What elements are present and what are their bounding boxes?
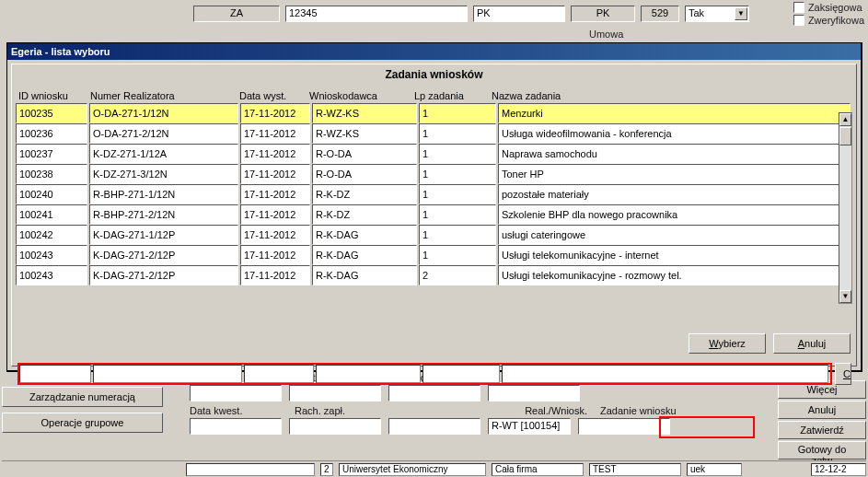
input-data-kwest[interactable]	[190, 418, 282, 435]
scroll-thumb[interactable]	[839, 127, 851, 145]
btn-c[interactable]: C	[835, 363, 851, 385]
col-header-name[interactable]: Nazwa zadania	[489, 88, 852, 103]
btn-zatwierdz[interactable]: Zatwierdź	[778, 421, 866, 439]
cell-wn: R-O-DA	[312, 164, 417, 184]
filter-date[interactable]	[244, 365, 314, 383]
cell-lp: 1	[419, 204, 496, 225]
dialog-titlebar[interactable]: Egeria - lista wyboru	[7, 43, 861, 60]
dialog-title: Egeria - lista wyboru	[11, 46, 110, 57]
table-row[interactable]: 100238K-DZ-271-3/12N17-11-2012R-O-DA1Ton…	[16, 164, 852, 184]
status-n2: 2	[320, 463, 333, 476]
input-konto-kosz[interactable]	[190, 385, 282, 401]
cell-num: K-DZ-271-3/12N	[89, 164, 238, 184]
cell-id: 100238	[16, 164, 87, 184]
cell-id: 100241	[16, 204, 87, 225]
btn-anuluj-bg[interactable]: Anuluj	[778, 401, 866, 419]
cell-date: 17-11-2012	[240, 164, 310, 184]
input-pracownik[interactable]	[488, 385, 580, 401]
checkbox-zaksiegow[interactable]: Zaksięgowa	[793, 2, 864, 13]
cell-lp: 1	[419, 245, 496, 265]
label-umowa: Umowa	[589, 29, 623, 40]
input-konto-roz[interactable]	[289, 385, 381, 401]
field-small-num: 529	[641, 6, 679, 22]
field-num[interactable]: 12345	[285, 6, 468, 22]
btn-operacje[interactable]: Operacje grupowe	[2, 413, 163, 433]
cell-date: 17-11-2012	[240, 144, 310, 164]
field-za: ZA	[193, 6, 280, 22]
status-bar: 2 Uniwersytet Ekonomiczny Cała firma TES…	[2, 460, 866, 477]
cell-name: Menzurki	[498, 103, 851, 123]
filter-lp[interactable]	[422, 365, 500, 383]
table-row[interactable]: 100243K-DAG-271-2/12P17-11-2012R-K-DAG2U…	[16, 265, 852, 285]
cell-num: K-DZ-271-1/12A	[89, 144, 238, 164]
input-blank[interactable]	[388, 418, 480, 435]
table-row[interactable]: 100242K-DAG-271-1/12P17-11-2012R-K-DAG1u…	[16, 225, 852, 245]
dialog-body: Zadania wniosków ID wniosku Numer Realiz…	[11, 64, 857, 366]
cell-name: Toner HP	[498, 164, 851, 184]
filter-wn[interactable]	[316, 365, 421, 383]
col-header-lp[interactable]: Lp zadania	[411, 88, 489, 103]
label-data-kwest: Data kwest.	[190, 405, 282, 416]
scrollbar-vertical[interactable]: ▲ ▼	[839, 112, 852, 304]
cell-num: R-BHP-271-1/12N	[89, 184, 238, 204]
col-header-id[interactable]: ID wniosku	[16, 88, 87, 103]
col-header-num[interactable]: Numer Realizatora	[87, 88, 237, 103]
btn-wybierz[interactable]: Wybierz	[689, 333, 766, 354]
btn-gotowy[interactable]: Gotowy do zatw	[778, 441, 866, 460]
cell-lp: 1	[419, 103, 496, 123]
cell-name: Usługi telekomunikacyjne - internet	[498, 245, 851, 265]
scroll-down-icon[interactable]: ▼	[839, 290, 851, 303]
table-row[interactable]: 100235O-DA-271-1/12N17-11-2012R-WZ-KS1Me…	[16, 103, 852, 123]
table-row[interactable]: 100243K-DAG-271-2/12P17-11-2012R-K-DAG1U…	[16, 245, 852, 265]
input-real-wniosk[interactable]: R-WT [100154]	[488, 418, 571, 435]
cell-wn: R-K-DAG	[312, 265, 417, 285]
table-row[interactable]: 100236O-DA-271-2/12N17-11-2012R-WZ-KS1Us…	[16, 123, 852, 144]
cell-wn: R-O-DA	[312, 144, 417, 164]
filter-name[interactable]	[502, 365, 828, 383]
cell-date: 17-11-2012	[240, 245, 310, 265]
cell-wn: R-K-DAG	[312, 225, 417, 245]
field-pk1[interactable]: PK	[473, 6, 565, 22]
filter-id[interactable]	[19, 365, 91, 383]
table-row[interactable]: 100241R-BHP-271-2/12N17-11-2012R-K-DZ1Sz…	[16, 204, 852, 225]
data-grid: ID wniosku Numer Realizatora Data wyst. …	[16, 88, 852, 285]
cell-date: 17-11-2012	[240, 204, 310, 225]
input-rach-zapl[interactable]	[289, 418, 381, 435]
checkbox-box	[793, 2, 804, 13]
filter-row	[17, 363, 832, 385]
cell-wn: R-K-DZ	[312, 204, 417, 225]
label-rach-zapl: Rach. zapł.	[295, 405, 387, 416]
chevron-down-icon[interactable]: ▼	[735, 7, 747, 20]
btn-anuluj[interactable]: Anuluj	[773, 333, 851, 354]
cell-id: 100242	[16, 225, 87, 245]
cell-lp: 1	[419, 123, 496, 144]
scroll-up-icon[interactable]: ▲	[839, 113, 851, 126]
cell-num: R-BHP-271-2/12N	[89, 204, 238, 225]
filter-num[interactable]	[93, 365, 242, 383]
table-row[interactable]: 100240R-BHP-271-1/12N17-11-2012R-K-DZ1po…	[16, 184, 852, 204]
cell-id: 100243	[16, 265, 87, 285]
checkbox-label: Zweryfikowa	[808, 15, 864, 26]
grid-header-row: ID wniosku Numer Realizatora Data wyst. …	[16, 88, 852, 103]
checkbox-box	[793, 15, 804, 26]
cell-date: 17-11-2012	[240, 265, 310, 285]
checkbox-zweryfikow[interactable]: Zweryfikowa	[793, 15, 864, 26]
cell-lp: 1	[419, 184, 496, 204]
table-row[interactable]: 100237K-DZ-271-1/12A17-11-2012R-O-DA1Nap…	[16, 144, 852, 164]
cell-wn: R-K-DAG	[312, 245, 417, 265]
cell-id: 100236	[16, 123, 87, 144]
cell-name: Szkolenie BHP dla nowego pracownika	[498, 204, 851, 225]
field-tak-dropdown[interactable]: Tak ▼	[685, 6, 749, 22]
status-uni: Uniwersytet Ekonomiczny	[339, 463, 486, 476]
bg-checkboxes: Zaksięgowa Zweryfikowa	[793, 2, 864, 26]
input-zadanie[interactable]	[578, 418, 670, 435]
cell-name: Naprawa samochodu	[498, 144, 851, 164]
btn-zarzadzanie[interactable]: Zarządzanie numeracją	[2, 387, 163, 407]
grid-rows-container: 100235O-DA-271-1/12N17-11-2012R-WZ-KS1Me…	[16, 103, 852, 285]
cell-name: Usługa wideofilmowania - konferencja	[498, 123, 851, 144]
input-konto-5[interactable]	[388, 385, 480, 401]
col-header-wn[interactable]: Wnioskodawca	[307, 88, 411, 103]
col-header-date[interactable]: Data wyst.	[237, 88, 307, 103]
cell-id: 100243	[16, 245, 87, 265]
bg-left-button-group: Zarządzanie numeracją Operacje grupowe	[2, 387, 163, 433]
